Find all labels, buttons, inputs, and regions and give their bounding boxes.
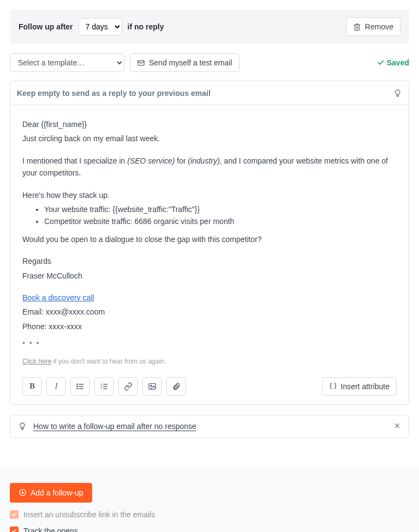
italic-button[interactable]: I xyxy=(46,377,66,396)
tip-link[interactable]: How to write a follow-up email after no … xyxy=(33,422,196,431)
close-icon xyxy=(393,422,401,431)
email-line: Email: xxxx@xxxx.coom xyxy=(22,306,397,318)
bold-icon: B xyxy=(29,382,35,391)
stack-intro: Here's how they stack up. xyxy=(22,189,397,201)
regards: Regards xyxy=(22,255,397,267)
paperclip-icon xyxy=(172,382,181,391)
svg-point-14 xyxy=(151,385,152,386)
subject-field-row xyxy=(10,81,409,105)
saved-indicator: Saved xyxy=(377,58,409,67)
check-icon xyxy=(377,59,385,66)
option-track-opens[interactable]: Track the opens xyxy=(10,527,409,532)
followup-rule: Follow up after 7 days if no reply xyxy=(19,18,164,35)
line-1: Just circling back on my email last week… xyxy=(22,132,397,144)
sender-name: Fraser McCulloch xyxy=(22,270,397,282)
metrics-list: Your website traffic: {{website_traffic:… xyxy=(22,203,397,228)
paragraph-2: I mentioned that I specialize in (SEO se… xyxy=(22,155,397,179)
closing-question: Would you be open to a dialogue to close… xyxy=(22,233,397,245)
followup-header: Follow up after 7 days if no reply Remov… xyxy=(10,10,409,44)
tip-banner: How to write a follow-up email after no … xyxy=(10,415,409,438)
plus-circle-icon xyxy=(19,488,27,497)
list-item: Competitor website traffic: 6686 organic… xyxy=(44,215,397,227)
followup-days-select[interactable]: 7 days xyxy=(79,18,122,35)
svg-point-6 xyxy=(77,388,78,389)
template-select[interactable]: Select a template… xyxy=(10,53,124,72)
attachment-button[interactable] xyxy=(166,377,186,396)
followup-prefix: Follow up after xyxy=(19,22,73,31)
checkbox-checked-icon xyxy=(10,527,19,532)
followup-suffix: if no reply xyxy=(128,22,164,31)
add-followup-button[interactable]: Add a follow-up xyxy=(10,483,92,503)
list-ol-icon: 123 xyxy=(100,382,109,391)
image-icon xyxy=(148,382,157,391)
lightbulb-icon xyxy=(18,422,27,431)
svg-point-4 xyxy=(77,384,78,385)
greeting: Dear {{first_name}} xyxy=(22,118,397,130)
tools-row: Select a template… Send myself a test em… xyxy=(10,53,409,72)
email-body-editor[interactable]: Dear {{first_name}} Just circling back o… xyxy=(10,105,409,405)
image-button[interactable] xyxy=(142,377,162,396)
unordered-list-button[interactable] xyxy=(70,377,90,396)
link-icon xyxy=(124,382,133,391)
footer-panel: Add a follow-up Insert an unsubscribe li… xyxy=(0,469,419,532)
list-ul-icon xyxy=(76,382,85,391)
link-button[interactable] xyxy=(118,377,138,396)
svg-text:3: 3 xyxy=(100,387,102,390)
book-call-link[interactable]: Book a discovery call xyxy=(22,293,94,302)
italic-icon: I xyxy=(55,382,58,391)
mail-icon xyxy=(137,59,145,67)
braces-icon xyxy=(329,382,337,390)
ellipsis: • • • xyxy=(22,337,397,349)
phone-line: Phone: xxxx-xxxx xyxy=(22,321,397,332)
ordered-list-button[interactable]: 123 xyxy=(94,377,114,396)
trash-icon xyxy=(353,23,361,31)
format-toolbar: B I 123 xyxy=(22,377,397,396)
option-unsubscribe[interactable]: Insert an unsubscribe link in the emails xyxy=(10,510,409,519)
subject-input[interactable] xyxy=(17,89,393,98)
insert-attribute-button[interactable]: Insert attribute xyxy=(322,377,397,396)
svg-point-5 xyxy=(77,386,78,387)
bold-button[interactable]: B xyxy=(22,377,42,396)
checkbox-checked-disabled-icon xyxy=(10,510,19,519)
lightbulb-icon[interactable] xyxy=(393,89,402,98)
unsubscribe-link[interactable]: Click here xyxy=(22,358,51,365)
send-test-button[interactable]: Send myself a test email xyxy=(130,53,240,72)
close-tip-button[interactable] xyxy=(393,422,401,431)
remove-button[interactable]: Remove xyxy=(346,17,400,36)
list-item: Your website traffic: {{website_traffic:… xyxy=(44,203,397,215)
unsubscribe-text: Click here if you don't want to hear fro… xyxy=(22,356,397,367)
